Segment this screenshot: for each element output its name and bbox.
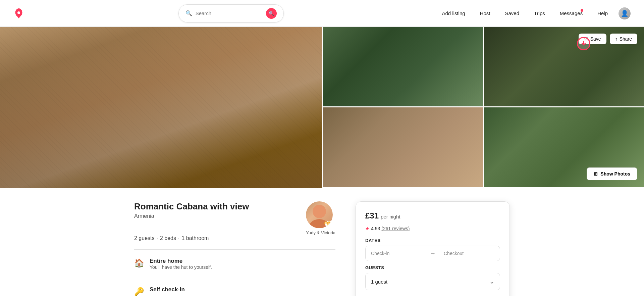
dates-label: Dates: [365, 238, 500, 243]
star-icon: ★: [365, 226, 370, 231]
svg-point-0: [313, 205, 326, 218]
host-name: Yudy & Victoria: [306, 230, 335, 235]
dates-inputs: Check-in → Checkout: [365, 246, 500, 261]
rating-value: 4.93: [371, 226, 380, 231]
share-icon: ↑: [615, 36, 618, 42]
svg-text:🏆: 🏆: [323, 221, 330, 228]
nav-messages[interactable]: Messages: [556, 8, 587, 19]
self-checkin-label: Self check-in: [150, 286, 185, 293]
dot-1: ·: [156, 235, 158, 241]
photo-cell-1[interactable]: [322, 27, 483, 107]
nav-host[interactable]: Host: [476, 8, 494, 19]
search-input[interactable]: [196, 10, 263, 16]
bathrooms-meta: 1 bathroom: [181, 235, 209, 241]
dot-2: ·: [178, 235, 179, 241]
search-submit-icon[interactable]: 🔍: [266, 8, 277, 19]
key-icon: 🔑: [134, 287, 144, 296]
entire-home-label: Entire home: [150, 258, 212, 264]
divider-2: [134, 278, 335, 278]
avatar-image: 👤: [619, 7, 631, 19]
review-count[interactable]: (261 reviews): [381, 226, 410, 231]
user-avatar[interactable]: 👤: [619, 7, 631, 19]
photo-cell-3[interactable]: [322, 107, 483, 188]
search-icon: 🔍: [185, 10, 192, 16]
divider-1: [134, 249, 335, 250]
guests-label: Guests: [365, 265, 500, 270]
listing-header: Romantic Cabana with view Armenia 🏆 Yudy…: [134, 201, 335, 235]
beds-meta: 2 beds: [160, 235, 176, 241]
entire-home-sub: You'll have the hut to yourself.: [150, 264, 212, 270]
photo-cell-4[interactable]: ⊞ Show Photos: [483, 107, 644, 188]
svg-point-1: [309, 219, 329, 228]
listing-meta: 2 guests · 2 beds · 1 bathroom: [134, 235, 335, 241]
nav-trips[interactable]: Trips: [530, 8, 549, 19]
search-bar[interactable]: 🔍 🔍: [178, 4, 284, 22]
photo-actions: ♡ Save ↑ Share: [579, 34, 637, 44]
arrow-annotation: [577, 37, 590, 50]
show-photos-button[interactable]: ⊞ Show Photos: [587, 167, 637, 180]
checkin-input[interactable]: Check-in: [366, 246, 427, 261]
entire-home-row: 🏠 Entire home You'll have the hut to you…: [134, 258, 335, 270]
price-per-night: per night: [381, 214, 400, 219]
price-row: £31 per night: [365, 211, 500, 220]
arrow-down-icon: [577, 37, 590, 50]
logo[interactable]: [13, 8, 24, 19]
guests-value: 1 guest: [371, 279, 387, 285]
nav-help[interactable]: Help: [593, 8, 612, 19]
listing-title: Romantic Cabana with view: [134, 201, 249, 212]
rating-row: ★ 4.93 (261 reviews): [365, 226, 500, 231]
guests-meta: 2 guests: [134, 235, 154, 241]
photo-main[interactable]: [0, 27, 322, 188]
price-amount: £31: [365, 211, 379, 220]
chevron-down-icon: ⌄: [489, 278, 494, 285]
checkout-input[interactable]: Checkout: [438, 246, 500, 261]
photo-grid: ⊞ Show Photos ♡ Save ↑ Share: [0, 27, 644, 188]
main-photo-bg: [0, 27, 322, 188]
listing-info: Romantic Cabana with view Armenia 🏆 Yudy…: [134, 201, 335, 296]
main-content: Romantic Cabana with view Armenia 🏆 Yudy…: [121, 188, 523, 296]
nav-saved[interactable]: Saved: [501, 8, 523, 19]
nav-right: Add listing Host Saved Trips Messages He…: [438, 7, 631, 19]
photo-bottom-right: ⊞ Show Photos: [322, 107, 644, 188]
host-avatar-image: 🏆: [306, 201, 333, 228]
booking-card: £31 per night ★ 4.93 (261 reviews) Dates…: [356, 201, 510, 296]
photos-grid-icon: ⊞: [594, 171, 598, 177]
nav-add-listing[interactable]: Add listing: [438, 8, 469, 19]
home-icon: 🏠: [134, 258, 144, 268]
listing-location: Armenia: [134, 213, 249, 219]
guests-select[interactable]: 1 guest ⌄: [365, 273, 500, 290]
date-arrow-icon: →: [427, 250, 438, 257]
self-checkin-row: 🔑 Self check-in: [134, 286, 335, 296]
host-avatar[interactable]: 🏆: [306, 201, 333, 228]
navbar: 🔍 🔍 Add listing Host Saved Trips Message…: [0, 0, 644, 27]
share-button[interactable]: ↑ Share: [610, 34, 637, 44]
